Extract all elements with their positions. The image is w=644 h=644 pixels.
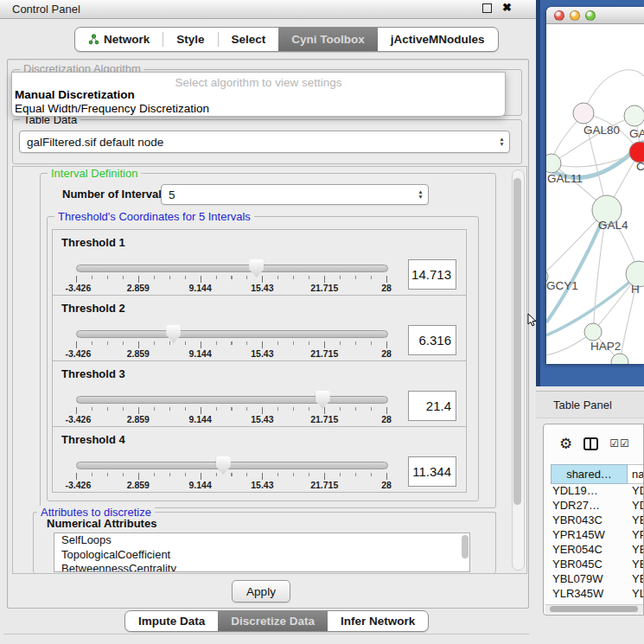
attribute-list-item[interactable]: SelfLoops (54, 533, 469, 548)
tab-infer-network[interactable]: Infer Network (328, 611, 428, 631)
cell-name[interactable]: YBL0 (632, 572, 644, 585)
close-traffic-light-icon[interactable] (554, 10, 564, 21)
cell-name[interactable]: YBR0 (632, 513, 644, 526)
cell-name[interactable]: YDR2 (632, 499, 644, 512)
threshold-slider[interactable] (76, 265, 388, 272)
attribute-list-item[interactable]: TopologicalCoefficient (54, 548, 469, 563)
network-node-label: C (636, 160, 644, 173)
scrollbar-thumb[interactable] (550, 606, 638, 612)
cell-name[interactable]: YDL1 (632, 484, 644, 497)
cell-shared-name[interactable]: YPR145W (551, 528, 632, 541)
number-of-intervals-combobox[interactable]: 5 ▲ ▼ (161, 184, 429, 205)
cell-shared-name[interactable]: YER054C (551, 543, 632, 556)
slider-scale-label: 15.43 (251, 480, 273, 490)
cell-name[interactable]: YPR1 (632, 528, 644, 541)
combo-stepper-icon[interactable]: ▲ ▼ (413, 189, 428, 200)
threshold-value-field[interactable]: 11.344 (408, 456, 456, 487)
list-scrollbar-thumb[interactable] (462, 535, 469, 558)
column-header-shared[interactable]: shared… (551, 464, 628, 484)
network-node[interactable] (584, 323, 602, 341)
split-columns-icon[interactable] (583, 437, 598, 450)
table-row[interactable]: YDL19…YDL1 (551, 483, 644, 498)
control-panel-title: Control Panel (12, 3, 80, 16)
table-rows: YDL19…YDL1YDR27…YDR2YBR043CYBR0YPR145WYP… (551, 483, 644, 615)
tab-cyni-toolbox[interactable]: Cyni Toolbox (278, 28, 378, 51)
threshold-label: Threshold 1 (61, 236, 125, 249)
tab-select[interactable]: Select (219, 28, 279, 51)
tab-style[interactable]: Style (163, 28, 217, 51)
table-row[interactable]: YER054CYER0 (551, 542, 644, 557)
cell-shared-name[interactable]: YBL079W (551, 572, 632, 585)
apply-button[interactable]: Apply (232, 580, 290, 603)
table-row[interactable]: YPR145WYPR1 (551, 527, 644, 542)
network-canvas[interactable]: GAL80GACGAL11GAL4GCY1HHAP2 (546, 24, 644, 364)
control-panel-bottom-border (3, 634, 529, 634)
dropdown-placeholder: Select algorithm to view settings (12, 76, 505, 89)
minimize-traffic-light-icon[interactable] (570, 10, 580, 21)
network-node[interactable] (624, 105, 644, 126)
network-view-window: GAL80GACGAL11GAL4GCY1HHAP2 (546, 7, 644, 364)
table-row[interactable]: YBR045CYBR0 (551, 557, 644, 571)
settings-vertical-scrollbar[interactable] (512, 169, 525, 571)
cell-shared-name[interactable]: YBR045C (551, 558, 632, 571)
slider-scale-label: 28 (381, 348, 392, 359)
slider-scale-label: -3.426 (65, 414, 91, 424)
table-row[interactable]: YLR345WYLR3 (551, 586, 644, 601)
cell-shared-name[interactable]: YLR345W (551, 587, 632, 600)
table-data-combobox-value: galFiltered.sif default node (27, 136, 163, 149)
slider-scale-label: 28 (381, 283, 392, 293)
network-node-label: GAL80 (583, 124, 620, 137)
network-node-label: HAP2 (590, 340, 621, 353)
slider-thumb[interactable] (166, 325, 181, 343)
cell-shared-name[interactable]: YDL19… (551, 484, 632, 497)
cell-shared-name[interactable]: YDR27… (551, 499, 632, 512)
table-row[interactable]: YBR043CYBR0 (551, 513, 644, 527)
numerical-attributes-list[interactable]: SelfLoopsTopologicalCoefficientBetweenne… (54, 532, 470, 572)
network-node[interactable] (546, 154, 561, 173)
table-panel-header: Table Panel (536, 391, 644, 418)
slider-scale: -3.4262.8599.14415.4321.71528 (76, 283, 386, 293)
table-row[interactable]: YDR27…YDR2 (551, 498, 644, 513)
float-window-icon[interactable] (482, 3, 492, 13)
cell-name[interactable]: YLR3 (632, 587, 644, 600)
threshold-value-field[interactable]: 14.713 (408, 259, 456, 290)
tab-network[interactable]: Network (75, 28, 163, 51)
cell-shared-name[interactable]: YBR043C (551, 513, 632, 526)
table-data-combobox[interactable]: galFiltered.sif default node ▲ ▼ (19, 131, 510, 153)
threshold-value-field[interactable]: 21.4 (408, 391, 456, 421)
tab-discretize-data[interactable]: Discretize Data (218, 611, 328, 631)
threshold-label: Threshold 3 (61, 367, 125, 380)
combo-stepper-icon[interactable]: ▲ ▼ (494, 137, 509, 147)
dropdown-option-manual-discretization[interactable]: Manual Discretization (15, 88, 135, 101)
network-node-label: GAL11 (547, 172, 583, 185)
threshold-value-field[interactable]: 6.316 (408, 325, 456, 355)
algorithm-dropdown-popup: Select algorithm to view settings Manual… (11, 72, 506, 117)
scrollbar-thumb[interactable] (513, 178, 521, 505)
slider-scale-label: 28 (381, 414, 392, 424)
column-header-name[interactable]: na (628, 464, 644, 484)
table-row[interactable]: YBL079WYBL0 (551, 571, 644, 586)
slider-scale-label: 9.144 (188, 414, 211, 424)
tab-jactivemnodules[interactable]: jActiveMNodules (378, 28, 498, 51)
slider-ticks-major (76, 276, 388, 283)
cell-name[interactable]: YER0 (632, 543, 644, 556)
threshold-slider[interactable] (76, 462, 388, 469)
slider-scale-label: 28 (381, 480, 392, 490)
threshold-slider[interactable] (76, 396, 388, 404)
slider-thumb[interactable] (216, 456, 231, 475)
gear-icon[interactable]: ⚙ (559, 437, 572, 451)
dropdown-option-equal-width[interactable]: Equal Width/Frequency Discretization (15, 102, 209, 115)
checkbox-icons[interactable]: ☑☑ (609, 437, 630, 450)
slider-thumb[interactable] (316, 391, 330, 409)
table-horizontal-scrollbar[interactable] (545, 604, 643, 614)
slider-scale-label: 9.144 (188, 283, 211, 293)
zoom-traffic-light-icon[interactable] (585, 10, 596, 21)
threshold-slider[interactable] (76, 330, 388, 338)
tab-impute-data[interactable]: Impute Data (125, 611, 218, 631)
cell-name[interactable]: YBR0 (632, 558, 644, 571)
network-node[interactable] (573, 103, 594, 124)
attribute-list-item[interactable]: BetweennessCentrality (54, 562, 469, 572)
slider-thumb[interactable] (249, 259, 264, 277)
threshold-row: Threshold 2 -3.4262.8599.14415.4321.7152… (52, 295, 467, 361)
close-icon[interactable]: ✖ (502, 3, 512, 13)
